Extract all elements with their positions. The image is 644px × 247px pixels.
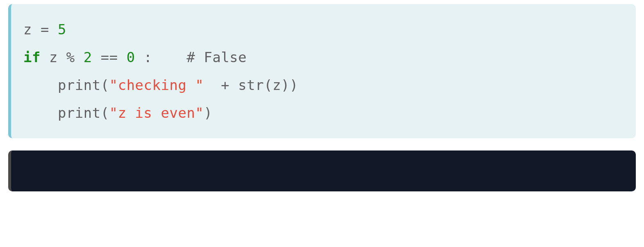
code-token: + str(z))	[204, 77, 298, 93]
code-token-string: "checking "	[109, 77, 204, 93]
code-token: =	[41, 21, 58, 38]
code-line-4: print("z is even")	[23, 99, 624, 127]
code-token-string: "z is even"	[109, 105, 204, 121]
output-block	[8, 150, 636, 191]
code-line-3: print("checking " + str(z))	[23, 71, 624, 99]
code-token-number: 2	[84, 49, 92, 65]
code-token-comment: # False	[187, 49, 247, 65]
code-token: print(	[23, 77, 109, 93]
code-token-keyword: if	[23, 49, 41, 65]
code-token: )	[204, 105, 212, 121]
code-token-number: 0	[127, 49, 135, 65]
code-token: :	[135, 49, 187, 65]
code-token: z	[23, 21, 41, 38]
code-token: z %	[41, 49, 84, 65]
code-token: print(	[23, 105, 109, 121]
code-line-1: z = 5	[23, 16, 624, 43]
code-line-2: if z % 2 == 0 : # False	[23, 43, 624, 71]
code-token-number: 5	[58, 21, 66, 38]
code-token: ==	[92, 49, 127, 65]
code-block: z = 5 if z % 2 == 0 : # False print("che…	[8, 4, 636, 138]
